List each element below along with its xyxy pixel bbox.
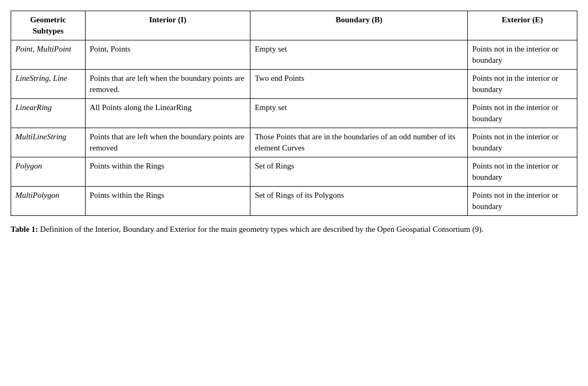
table-header-row: Geometric Subtypes Interior (I) Boundary…: [11, 11, 577, 40]
cell-subtype: Polygon: [11, 157, 86, 187]
cell-exterior: Points not in the interior or boundary: [468, 99, 577, 128]
cell-subtype: LineString, Line: [11, 70, 86, 99]
table-row: PolygonPoints within the RingsSet of Rin…: [11, 157, 577, 187]
table-row: Point, MultiPointPoint, PointsEmpty setP…: [11, 40, 577, 70]
cell-interior: All Points along the LinearRing: [85, 99, 250, 128]
cell-exterior: Points not in the interior or boundary: [468, 70, 577, 99]
table-row: MultiLineStringPoints that are left when…: [11, 128, 577, 157]
col-header-subtype: Geometric Subtypes: [11, 11, 86, 40]
cell-boundary: Empty set: [250, 40, 468, 70]
cell-interior: Point, Points: [85, 40, 250, 70]
cell-interior: Points that are left when the boundary p…: [85, 70, 250, 99]
cell-boundary: Empty set: [250, 99, 468, 128]
caption-label: Table 1:: [11, 225, 38, 233]
cell-exterior: Points not in the interior or boundary: [468, 40, 577, 70]
cell-interior: Points within the Rings: [85, 157, 250, 187]
geometry-table: Geometric Subtypes Interior (I) Boundary…: [11, 11, 577, 216]
cell-subtype: LinearRing: [11, 99, 86, 128]
cell-subtype: Point, MultiPoint: [11, 40, 86, 70]
cell-interior: Points that are left when the boundary p…: [85, 128, 250, 157]
cell-subtype: MultiLineString: [11, 128, 86, 157]
table-row: LinearRingAll Points along the LinearRin…: [11, 99, 577, 128]
page-container: Geometric Subtypes Interior (I) Boundary…: [11, 11, 577, 236]
cell-exterior: Points not in the interior or boundary: [468, 157, 577, 187]
table-row: MultiPolygonPoints within the RingsSet o…: [11, 187, 577, 216]
table-caption: Table 1: Definition of the Interior, Bou…: [11, 223, 577, 236]
col-header-boundary: Boundary (B): [250, 11, 468, 40]
caption-text: Definition of the Interior, Boundary and…: [38, 225, 484, 233]
cell-boundary: Set of Rings of its Polygons: [250, 187, 468, 216]
cell-exterior: Points not in the interior or boundary: [468, 187, 577, 216]
cell-boundary: Set of Rings: [250, 157, 468, 187]
cell-boundary: Two end Points: [250, 70, 468, 99]
col-header-exterior: Exterior (E): [468, 11, 577, 40]
table-row: LineString, LinePoints that are left whe…: [11, 70, 577, 99]
cell-exterior: Points not in the interior or boundary: [468, 128, 577, 157]
cell-subtype: MultiPolygon: [11, 187, 86, 216]
cell-boundary: Those Points that are in the boundaries …: [250, 128, 468, 157]
cell-interior: Points within the Rings: [85, 187, 250, 216]
col-header-interior: Interior (I): [85, 11, 250, 40]
